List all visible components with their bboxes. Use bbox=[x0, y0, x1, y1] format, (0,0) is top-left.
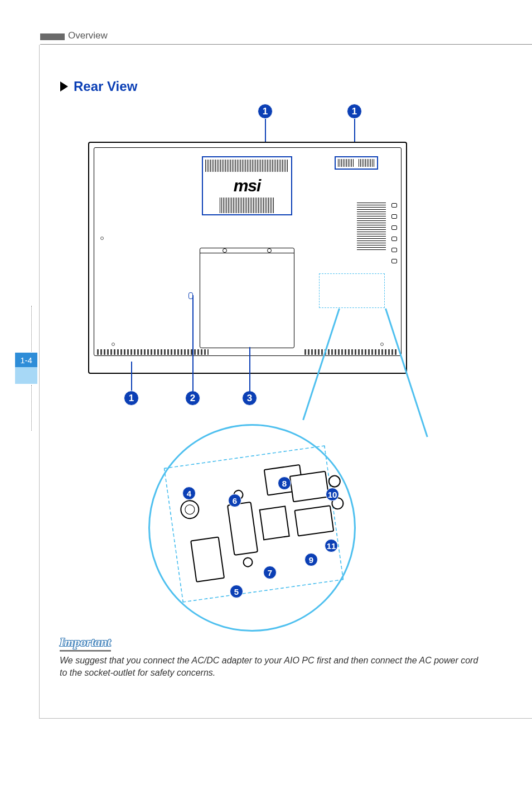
screw-icon bbox=[112, 343, 115, 346]
vent-lines bbox=[205, 160, 289, 172]
leader-line bbox=[192, 295, 194, 391]
header-accent bbox=[40, 33, 65, 40]
device-rear-diagram: msi bbox=[88, 142, 407, 374]
audio-jack bbox=[327, 474, 341, 488]
usb-port-pair bbox=[294, 505, 334, 537]
important-underline bbox=[60, 650, 111, 652]
screw-icon bbox=[223, 248, 227, 253]
side-vent bbox=[357, 201, 386, 250]
side-dots-top bbox=[31, 306, 32, 352]
top-right-vent bbox=[335, 156, 378, 170]
vent-lines bbox=[338, 159, 355, 167]
callout-bubble: 5 bbox=[230, 585, 243, 598]
callout-bubble: 7 bbox=[263, 566, 277, 579]
screw-icon bbox=[380, 343, 384, 346]
callout-bubble: 3 bbox=[242, 391, 257, 406]
hdmi-port bbox=[190, 536, 225, 582]
screw-icon bbox=[100, 237, 104, 240]
callout-bubble: 11 bbox=[325, 539, 338, 552]
side-button bbox=[391, 225, 397, 230]
side-button bbox=[391, 259, 397, 263]
page-number-tab: 1-4 bbox=[15, 353, 37, 367]
callout-bubble: 1 bbox=[347, 104, 362, 119]
page-header: Overview bbox=[40, 30, 532, 44]
side-dots-bottom bbox=[31, 385, 32, 431]
callout-bubble: 1 bbox=[124, 391, 139, 406]
lan-port bbox=[259, 506, 290, 540]
vga-port bbox=[227, 502, 258, 556]
callout-bubble: 1 bbox=[258, 104, 273, 119]
section-title: Rear View bbox=[74, 79, 137, 94]
stand-divider bbox=[200, 253, 294, 253]
section-title-row: Rear View bbox=[60, 79, 137, 94]
screw-icon bbox=[242, 556, 253, 567]
dc-jack-port bbox=[179, 499, 200, 520]
detail-zoom-circle bbox=[148, 424, 356, 632]
leader-line bbox=[249, 347, 250, 392]
top-vent-panel: msi bbox=[202, 156, 292, 215]
important-label-text: Important bbox=[60, 635, 111, 649]
detail-ports-group bbox=[137, 412, 367, 643]
usb-port-pair bbox=[289, 471, 330, 503]
callout-bubble: 10 bbox=[326, 488, 339, 501]
screw-icon bbox=[267, 248, 272, 253]
vent-lines bbox=[220, 198, 274, 213]
rear-ports-region bbox=[319, 273, 385, 308]
msi-logo: msi bbox=[203, 176, 291, 195]
important-heading: Important bbox=[60, 635, 111, 652]
side-button bbox=[391, 248, 397, 252]
side-button bbox=[391, 203, 397, 208]
bottom-vent-strip bbox=[97, 349, 398, 355]
callout-bubble: 2 bbox=[185, 391, 200, 406]
important-body-text: We suggest that you connect the AC/DC ad… bbox=[60, 654, 487, 680]
side-button bbox=[391, 214, 397, 219]
callout-bubble: 9 bbox=[304, 553, 318, 566]
vent-lines bbox=[359, 159, 375, 167]
leader-line bbox=[131, 362, 132, 391]
callout-bubble: 4 bbox=[182, 487, 196, 500]
side-button bbox=[391, 237, 397, 241]
side-button-column bbox=[391, 200, 398, 267]
header-section-label: Overview bbox=[68, 30, 108, 41]
page-number-light bbox=[15, 367, 37, 384]
callout-bubble: 8 bbox=[278, 476, 291, 490]
stand-plate bbox=[200, 248, 294, 348]
callout-bubble: 6 bbox=[228, 494, 241, 507]
chevron-right-icon bbox=[60, 81, 68, 92]
